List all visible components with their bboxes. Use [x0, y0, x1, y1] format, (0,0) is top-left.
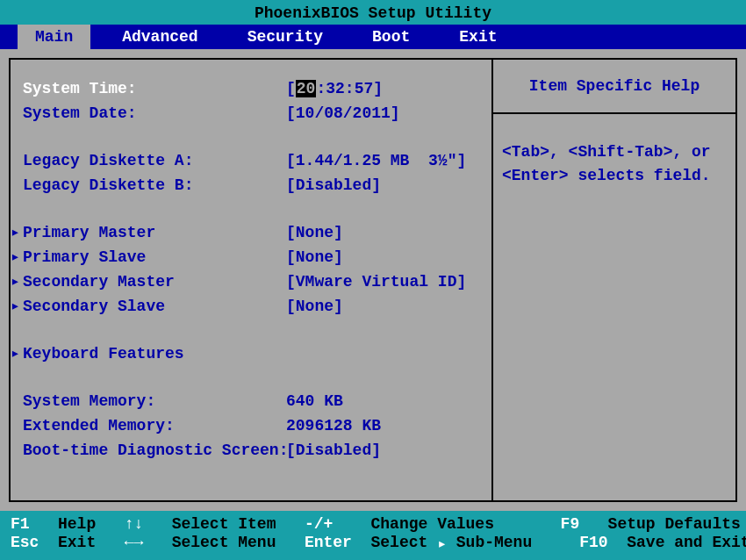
row-system-date[interactable]: System Date: [10/08/2011] — [23, 102, 479, 125]
submenu-marker-icon: ▸ — [437, 534, 456, 553]
system-time-value[interactable]: [20:32:57] — [286, 77, 383, 100]
help-title-box: Item Specific Help — [493, 60, 735, 114]
menu-exit[interactable]: Exit — [434, 25, 521, 49]
primary-master-value[interactable]: [None] — [286, 221, 343, 244]
secondary-master-label: Secondary Master — [23, 270, 286, 293]
key-esc: Esc — [11, 534, 39, 553]
system-time-label: System Time: — [23, 77, 286, 100]
boot-diag-label: Boot-time Diagnostic Screen: — [23, 439, 286, 462]
main-area: System Time: [20:32:57] System Date: [10… — [0, 49, 746, 511]
key-leftright: ←→ — [125, 534, 144, 553]
label-submenu: Sub-Menu — [456, 534, 532, 553]
diskette-b-label: Legacy Diskette B: — [23, 174, 286, 197]
time-hh[interactable]: 20 — [296, 80, 317, 97]
utility-title: PhoenixBIOS Setup Utility — [255, 4, 491, 22]
content-frame: System Time: [20:32:57] System Date: [10… — [9, 58, 493, 502]
label-help: Help — [58, 515, 96, 533]
label-select: Select — [371, 534, 428, 553]
menu-bar: Main Advanced Security Boot Exit — [0, 25, 746, 49]
help-title: Item Specific Help — [529, 77, 699, 95]
diskette-a-label: Legacy Diskette A: — [23, 149, 286, 172]
primary-slave-value[interactable]: [None] — [286, 246, 343, 269]
row-system-memory: System Memory: 640 KB — [23, 390, 479, 413]
row-primary-slave[interactable]: Primary Slave [None] — [23, 246, 479, 269]
primary-master-label: Primary Master — [23, 221, 286, 244]
help-panel: Item Specific Help <Tab>, <Shift-Tab>, o… — [493, 58, 737, 502]
diskette-a-value[interactable]: [1.44/1.25 MB 3½"] — [286, 149, 466, 172]
diskette-b-value[interactable]: [Disabled] — [286, 174, 381, 197]
footer-row-1: F1 Help ↑↓ Select Item -/+ Change Values… — [11, 515, 735, 533]
label-select-menu: Select Menu — [172, 534, 276, 553]
key-updown: ↑↓ — [125, 515, 144, 533]
boot-diag-value[interactable]: [Disabled] — [286, 439, 381, 462]
row-diskette-b[interactable]: Legacy Diskette B: [Disabled] — [23, 174, 479, 197]
label-exit: Exit — [58, 534, 96, 553]
row-primary-master[interactable]: Primary Master [None] — [23, 221, 479, 244]
secondary-slave-value[interactable]: [None] — [286, 295, 343, 318]
menu-advanced[interactable]: Advanced — [97, 25, 222, 49]
time-mm[interactable]: 32 — [326, 80, 345, 97]
system-memory-label: System Memory: — [23, 390, 286, 413]
help-body: <Tab>, <Shift-Tab>, or <Enter> selects f… — [493, 114, 735, 500]
menu-boot[interactable]: Boot — [348, 25, 434, 49]
key-f9: F9 — [561, 515, 580, 533]
row-extended-memory: Extended Memory: 2096128 KB — [23, 414, 479, 437]
row-boot-diag[interactable]: Boot-time Diagnostic Screen: [Disabled] — [23, 439, 479, 462]
footer-bar: F1 Help ↑↓ Select Item -/+ Change Values… — [0, 511, 746, 560]
label-save-exit: Save and Exit — [627, 534, 746, 553]
label-setup-defaults: Setup Defaults — [608, 515, 741, 533]
system-date-label: System Date: — [23, 102, 286, 125]
spacer — [23, 319, 479, 341]
secondary-master-value[interactable]: [VMware Virtual ID] — [286, 270, 466, 293]
menu-security[interactable]: Security — [223, 25, 348, 49]
spacer — [23, 126, 479, 147]
key-plusminus: -/+ — [305, 515, 333, 533]
time-ss[interactable]: 57 — [355, 80, 374, 97]
extended-memory-value: 2096128 KB — [286, 414, 381, 437]
key-f10: F10 — [579, 534, 607, 553]
footer-row-2: Esc Exit ←→ Select Menu Enter Select ▸ S… — [11, 534, 735, 553]
title-bar: PhoenixBIOS Setup Utility — [0, 0, 746, 25]
system-memory-value: 640 KB — [286, 390, 343, 413]
spacer — [23, 367, 479, 388]
secondary-slave-label: Secondary Slave — [23, 295, 286, 318]
row-system-time[interactable]: System Time: [20:32:57] — [23, 77, 479, 100]
label-change-values: Change Values — [371, 515, 494, 533]
menu-main[interactable]: Main — [18, 25, 90, 49]
keyboard-features-label: Keyboard Features — [23, 342, 286, 365]
primary-slave-label: Primary Slave — [23, 246, 286, 269]
system-date-value[interactable]: [10/08/2011] — [286, 102, 400, 125]
row-secondary-master[interactable]: Secondary Master [VMware Virtual ID] — [23, 270, 479, 293]
key-f1: F1 — [11, 515, 30, 533]
row-diskette-a[interactable]: Legacy Diskette A: [1.44/1.25 MB 3½"] — [23, 149, 479, 172]
row-keyboard-features[interactable]: Keyboard Features — [23, 342, 479, 365]
row-secondary-slave[interactable]: Secondary Slave [None] — [23, 295, 479, 318]
label-select-item: Select Item — [172, 515, 276, 533]
key-enter: Enter — [305, 534, 352, 553]
bios-screen: PhoenixBIOS Setup Utility Main Advanced … — [0, 0, 746, 560]
spacer — [23, 198, 479, 219]
extended-memory-label: Extended Memory: — [23, 414, 286, 437]
